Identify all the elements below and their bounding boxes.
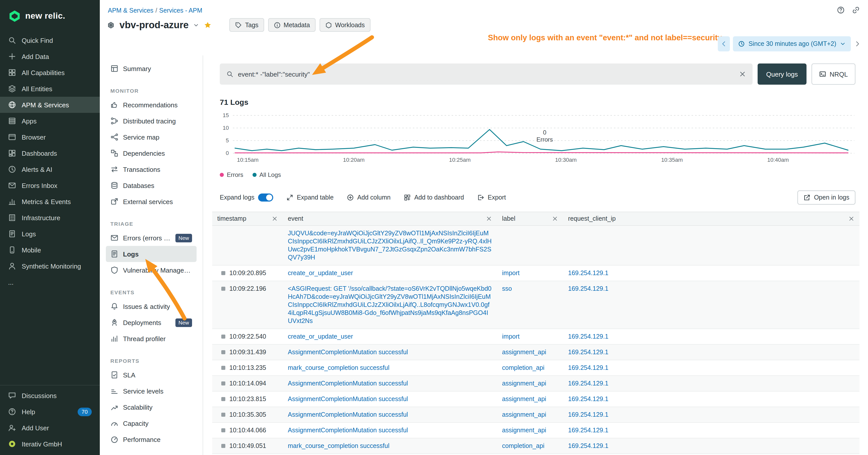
event-link[interactable]: create_or_update_user — [288, 333, 353, 340]
label-link[interactable]: completion_api — [502, 364, 545, 371]
label-link[interactable]: import — [502, 333, 520, 340]
expand-table-button[interactable]: Expand table — [286, 194, 334, 201]
entity-nav-item-errors-errors-inb[interactable]: Errors (errors inb...New — [106, 230, 196, 246]
legend-item-all-logs[interactable]: All Logs — [252, 171, 281, 178]
sidebar-item-quick-find[interactable]: Quick Find — [0, 32, 100, 48]
entity-nav-item-summary[interactable]: Summary — [106, 61, 196, 76]
label-link[interactable]: import — [502, 269, 520, 277]
entity-nav-item-service-map[interactable]: Service map — [106, 129, 196, 145]
entity-nav-item-distributed-tracing[interactable]: Distributed tracing — [106, 113, 196, 129]
column-header-label[interactable]: label — [497, 215, 563, 222]
entity-nav-item-sla[interactable]: SLA — [106, 367, 196, 383]
request-client-ip-link[interactable]: 169.254.129.1 — [568, 427, 609, 434]
event-link[interactable]: AssignmentCompletionMutation successful — [288, 349, 408, 356]
request-client-ip-link[interactable]: 169.254.129.1 — [568, 411, 609, 418]
label-link[interactable]: assignment_api — [502, 349, 546, 356]
sidebar-footer-discussions[interactable]: Discussions — [0, 388, 100, 403]
entity-nav-item-vulnerability-management[interactable]: Vulnerability Management — [106, 262, 196, 278]
label-link[interactable]: completion_api — [502, 443, 545, 450]
log-row[interactable]: JUQVU&code=eyJraWQiOiJjcGltY29yZV8wOTl1M… — [212, 226, 860, 265]
column-header-timestamp[interactable]: timestamp — [212, 215, 283, 222]
sidebar-item-mobile[interactable]: Mobile — [0, 242, 100, 258]
remove-column-button[interactable] — [486, 216, 492, 222]
label-link[interactable]: assignment_api — [502, 380, 546, 387]
entity-nav-item-recommendations[interactable]: Recommendations — [106, 97, 196, 113]
sidebar-footer-add-user[interactable]: Add User — [0, 420, 100, 436]
label-link[interactable]: assignment_api — [502, 395, 546, 402]
time-back-button[interactable] — [718, 36, 730, 52]
request-client-ip-link[interactable]: 169.254.129.1 — [568, 333, 609, 340]
entity-dropdown-caret-icon[interactable] — [193, 22, 199, 28]
time-forward-button[interactable] — [854, 40, 861, 47]
sidebar-item-logs[interactable]: Logs — [0, 226, 100, 242]
breadcrumb-services-apm[interactable]: Services - APM — [159, 7, 203, 14]
sidebar-item-dashboards[interactable]: Dashboards — [0, 145, 100, 161]
add-column-button[interactable]: Add column — [347, 194, 391, 201]
event-link[interactable]: AssignmentCompletionMutation successful — [288, 395, 408, 402]
label-link[interactable]: sso — [502, 285, 512, 292]
breadcrumb-apm-services[interactable]: APM & Services — [108, 7, 154, 14]
sidebar-footer-help[interactable]: Help70 — [0, 403, 100, 420]
request-client-ip-link[interactable]: 169.254.129.1 — [568, 364, 609, 371]
log-row[interactable]: 10:11:00.311AssignmentCompletionMutation… — [212, 454, 860, 455]
entity-nav-item-performance[interactable]: Performance — [106, 431, 196, 448]
sidebar-item-apps[interactable]: Apps — [0, 113, 100, 129]
sidebar-item-all-capabilities[interactable]: All Capabilities — [0, 65, 100, 80]
event-link[interactable]: mark_course_completion successful — [288, 443, 390, 450]
request-client-ip-link[interactable]: 169.254.129.1 — [568, 285, 609, 292]
entity-nav-item-thread-profiler[interactable]: Thread profiler — [106, 330, 196, 347]
event-link[interactable]: AssignmentCompletionMutation successful — [288, 380, 408, 387]
entity-nav-item-databases[interactable]: Databases — [106, 177, 196, 194]
request-client-ip-link[interactable]: 169.254.129.1 — [568, 380, 609, 387]
remove-column-button[interactable] — [272, 216, 278, 222]
workloads-button[interactable]: Workloads — [319, 18, 371, 32]
sidebar-item-browser[interactable]: Browser — [0, 129, 100, 145]
sidebar-item-add-data[interactable]: Add Data — [0, 48, 100, 65]
expand-logs-toggle[interactable] — [258, 194, 273, 201]
log-row[interactable]: 10:09:22.196<ASGIRequest: GET '/sso/call… — [212, 281, 860, 329]
sidebar-item-all-entities[interactable]: All Entities — [0, 80, 100, 97]
query-logs-button[interactable]: Query logs — [757, 64, 806, 85]
entity-nav-item-external-services[interactable]: External services — [106, 194, 196, 209]
log-row[interactable]: 10:09:31.439AssignmentCompletionMutation… — [212, 345, 860, 360]
log-row[interactable]: 10:10:23.815AssignmentCompletionMutation… — [212, 391, 860, 407]
event-link[interactable]: mark_course_completion successful — [288, 364, 390, 371]
sidebar-item-alerts-ai[interactable]: Alerts & AI — [0, 161, 100, 177]
new-relic-logo[interactable]: new relic. — [0, 0, 100, 32]
event-link[interactable]: JUQVU&code=eyJraWQiOiJjcGltY29yZV8wOTl1M… — [288, 230, 492, 261]
help-circle-icon[interactable] — [837, 6, 845, 14]
entity-nav-item-logs[interactable]: Logs — [106, 246, 196, 262]
entity-nav-item-dependencies[interactable]: Dependencies — [106, 145, 196, 161]
event-link[interactable]: <ASGIRequest: GET '/sso/callback/?state=… — [288, 285, 492, 325]
sidebar-footer-iterativ-gmbh[interactable]: Iterativ GmbH — [0, 436, 100, 452]
export-button[interactable]: Export — [477, 194, 506, 201]
log-row[interactable]: 10:10:44.066AssignmentCompletionMutation… — [212, 423, 860, 438]
label-link[interactable]: assignment_api — [502, 411, 546, 418]
column-header-request_client_ip[interactable]: request_client_ip — [563, 215, 860, 222]
sidebar-item-synthetic-monitoring[interactable]: Synthetic Monitoring — [0, 258, 100, 274]
entity-nav-item-transactions[interactable]: Transactions — [106, 161, 196, 177]
favorite-star-icon[interactable] — [204, 21, 212, 29]
entity-nav-item-deployments[interactable]: DeploymentsNew — [106, 315, 196, 330]
copy-link-icon[interactable] — [852, 6, 860, 14]
entity-nav-item-scalability[interactable]: Scalability — [106, 399, 196, 415]
log-row[interactable]: 10:09:20.895create_or_update_userimport1… — [212, 265, 860, 281]
remove-column-button[interactable] — [848, 216, 855, 222]
request-client-ip-link[interactable]: 169.254.129.1 — [568, 395, 609, 402]
log-row[interactable]: 10:10:49.051mark_course_completion succe… — [212, 438, 860, 454]
metadata-button[interactable]: Metadata — [268, 18, 315, 32]
log-row[interactable]: 10:09:22.540create_or_update_userimport1… — [212, 329, 860, 345]
column-header-event[interactable]: event — [283, 215, 497, 222]
entity-nav-item-service-levels[interactable]: Service levels — [106, 383, 196, 399]
sidebar-item-errors-inbox[interactable]: Errors Inbox — [0, 177, 100, 194]
legend-item-errors[interactable]: Errors — [220, 171, 243, 178]
remove-column-button[interactable] — [552, 216, 558, 222]
nrql-button[interactable]: NRQL — [811, 64, 856, 85]
event-link[interactable]: AssignmentCompletionMutation successful — [288, 427, 408, 434]
entity-nav-item-capacity[interactable]: Capacity — [106, 415, 196, 431]
event-link[interactable]: create_or_update_user — [288, 269, 353, 277]
add-to-dashboard-button[interactable]: Add to dashboard — [404, 194, 464, 201]
sidebar-item-infrastructure[interactable]: Infrastructure — [0, 209, 100, 226]
request-client-ip-link[interactable]: 169.254.129.1 — [568, 349, 609, 356]
entity-nav-item-issues-activity[interactable]: Issues & activity — [106, 298, 196, 315]
